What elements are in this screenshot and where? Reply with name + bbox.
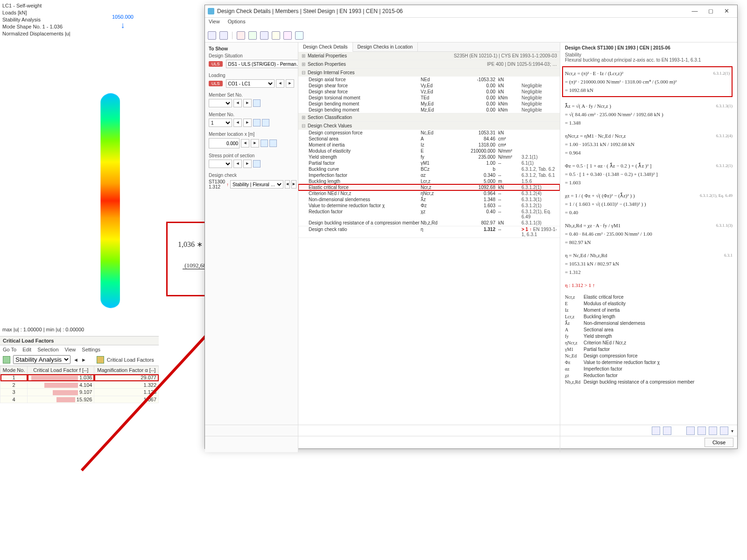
footer-icon[interactable] [686, 427, 695, 435]
graph-icon[interactable] [269, 140, 277, 147]
legend-row: Nb,z,RdDesign buckling resistance of a c… [565, 379, 733, 385]
menu-selection[interactable]: Selection [37, 347, 58, 352]
value-row: Imperfection factorαz0.340--6.3.1.2, Tab… [298, 172, 560, 178]
table-row[interactable]: 3 9.1071.123 [0, 389, 159, 396]
value-row: Moment of inertiaIz1318.00cm⁴ [298, 142, 560, 148]
section-header[interactable]: Design Internal Forces [308, 70, 355, 75]
tool-icon[interactable] [272, 31, 280, 40]
eq-phi: 6.3.1.2(1) Φz = 0.5 · [ 1 + αz · ( λ̄z −… [565, 161, 733, 187]
symbol-legend: Ncr,zElastic critical forceEModulus of e… [565, 294, 733, 385]
value-row: Design shear forceVy,Ed0.00kNNegligible [298, 83, 560, 89]
design-situation-select[interactable]: DS1 - ULS (STR/GEO) - Perman… [226, 60, 298, 68]
memberset-select[interactable] [209, 99, 232, 107]
critical-load-factors-panel: Critical Load Factors Go To Edit Selecti… [0, 336, 159, 403]
info-line: LC1 - Self-weight [2, 2, 70, 9]
footer-icon[interactable] [698, 427, 706, 435]
section-header[interactable]: Section Classification [308, 115, 352, 120]
filter-icon[interactable] [262, 119, 269, 126]
maximize-button[interactable]: ◻ [703, 6, 719, 16]
panel-header: To Show [209, 46, 294, 51]
tool-icon[interactable] [248, 31, 257, 40]
tool-icon[interactable] [295, 31, 303, 40]
info-line: Mode Shape No. 1 - 1.036 [2, 23, 70, 30]
table-row[interactable]: 4 15.9261.067 [0, 396, 159, 403]
minimize-button[interactable]: — [687, 6, 703, 16]
section-header[interactable]: Section Properties [308, 62, 346, 67]
arrow-down-icon: ↓ [112, 21, 134, 30]
close-button[interactable]: Close [705, 438, 733, 447]
panel-menu: Go To Edit Selection View Settings [0, 345, 159, 354]
footer-icon[interactable] [709, 427, 717, 435]
nav-next[interactable]: ► [81, 357, 86, 363]
section-header[interactable]: Material Properties [308, 53, 347, 58]
stresspoint-select[interactable] [209, 160, 232, 168]
label: Loading [209, 73, 294, 78]
value-row: Design axial forceNEd-1053.32kN [298, 77, 560, 83]
locate-icon[interactable] [253, 99, 261, 107]
legend-row: ηNcr,zCriterion NEd / Ncr,z [565, 340, 733, 346]
menu-goto[interactable]: Go To [3, 347, 16, 352]
col-magnification: Magnification Factor α [--] [94, 366, 159, 374]
legend-row: αzImperfection factor [565, 366, 733, 372]
tab-label[interactable]: Critical Load Factors [107, 357, 154, 363]
value-row: Partial factorγM11.00--6.1(1) [298, 160, 560, 166]
designcheck-select[interactable]: Stability | Flexural … [230, 180, 283, 189]
menu-options[interactable]: Options [228, 19, 246, 24]
legend-row: Nc,EdDesign compression force [565, 353, 733, 359]
tool-icon[interactable] [283, 31, 292, 40]
load-arrow: 1050.000 ↓ [112, 14, 134, 30]
value-row: Buckling lengthLcr,z5.000m1.5.6 [298, 178, 560, 184]
legend-row: χzReduction factor [565, 372, 733, 378]
nav-prev[interactable]: ◄ [73, 357, 78, 363]
label: Stress point of section [209, 153, 294, 158]
table-row[interactable]: 1 1.03629.077 [0, 374, 159, 382]
formula-title: Design Check ST1300 | EN 1993 | CEN | 20… [565, 45, 733, 50]
label: Member No. [209, 112, 294, 117]
location-input[interactable] [209, 138, 240, 148]
formula-panel: Design Check ST1300 | EN 1993 | CEN | 20… [560, 42, 737, 452]
nav-prev[interactable]: ◄ [276, 79, 284, 88]
model-viewport[interactable]: LC1 - Self-weight Loads [kN] Stability A… [0, 0, 159, 336]
eq-lambda: 6.3.1.3(1) λ̄z = √( A · fy / Ncr,z )= √(… [565, 102, 733, 127]
nav-next[interactable]: ► [286, 79, 294, 88]
tool-icon[interactable] [219, 31, 228, 40]
info-line: Loads [kN] [2, 9, 70, 16]
legend-row: Lcr,zBuckling length [565, 314, 733, 320]
memberno-select[interactable]: 1 [209, 119, 232, 127]
dialog-titlebar[interactable]: Design Check Details | Members | Steel D… [205, 5, 737, 18]
tool-icon[interactable] [260, 31, 268, 40]
close-window-button[interactable]: ✕ [719, 6, 734, 16]
eq-ncr: 6.3.1.2(1) Ncr,z = (π)² · E · Iz / (Lcr,… [562, 66, 733, 97]
footer-icon[interactable] [652, 427, 660, 435]
stability-icon [3, 356, 10, 364]
eq-chi: 6.3.1.2(1), Eq. 6.49 χz = 1 / ( Φz + √( … [565, 191, 733, 217]
label: Member location x [m] [209, 132, 294, 137]
design-check-values-panel: Design Check Details Design Checks in Lo… [298, 42, 560, 452]
dropdown-icon[interactable]: ▾ [731, 428, 733, 434]
legend-row: γM1Partial factor [565, 346, 733, 352]
tab-location[interactable]: Design Checks in Location [353, 42, 418, 51]
tab-details[interactable]: Design Check Details [298, 42, 353, 52]
locate-icon[interactable] [253, 119, 261, 126]
value-row: Value to determine reduction factor χΦz1… [298, 203, 560, 209]
menu-view[interactable]: View [65, 347, 76, 352]
tool-icon[interactable] [208, 31, 216, 40]
dialog-menubar: View Options [205, 18, 737, 29]
analysis-select[interactable]: Stability Analysis [13, 355, 70, 364]
table-row[interactable]: 2 4.1041.322 [0, 381, 159, 389]
value-row: Sectional areaA84.46cm² [298, 136, 560, 142]
menu-settings[interactable]: Settings [82, 347, 100, 352]
app-icon [208, 8, 214, 14]
menu-view[interactable]: View [209, 19, 220, 24]
footer-icon[interactable] [663, 427, 671, 435]
print-icon[interactable] [720, 427, 728, 435]
value-row: Yield strengthfy235.000N/mm²3.2.1(1) [298, 154, 560, 160]
loading-select[interactable]: CO1 - LC1 [226, 79, 275, 88]
deformed-member [100, 93, 120, 308]
graph-icon[interactable] [261, 140, 268, 147]
tool-icon[interactable] [237, 31, 245, 40]
dialog-toolbar [205, 29, 737, 42]
section-header[interactable]: Design Check Values [308, 123, 352, 128]
menu-edit[interactable]: Edit [22, 347, 31, 352]
col-mode: Mode No. [0, 366, 28, 374]
